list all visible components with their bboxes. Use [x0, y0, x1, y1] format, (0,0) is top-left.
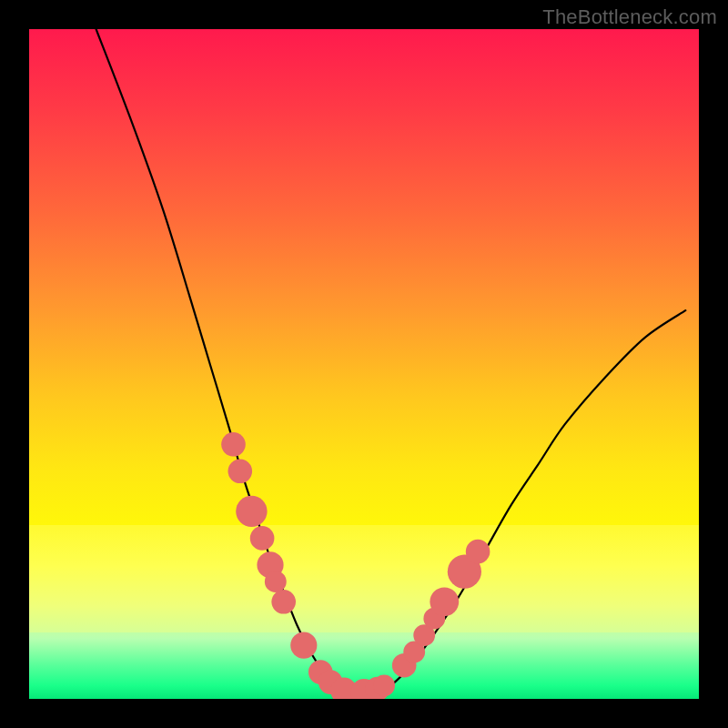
data-marker	[236, 496, 267, 527]
data-marker	[228, 460, 253, 484]
data-marker	[373, 674, 395, 696]
curve-layer	[29, 29, 699, 699]
plot-area	[29, 29, 699, 699]
data-marker	[221, 432, 246, 457]
watermark-text: TheBottleneck.com	[542, 5, 717, 29]
bottleneck-curve	[96, 29, 686, 693]
chart-frame: TheBottleneck.com	[0, 0, 728, 728]
data-marker	[250, 526, 275, 551]
data-marker	[290, 632, 317, 659]
data-marker	[430, 587, 459, 616]
data-marker	[271, 590, 296, 614]
data-marker	[265, 571, 287, 592]
marker-group	[221, 432, 490, 699]
data-marker	[466, 540, 490, 564]
